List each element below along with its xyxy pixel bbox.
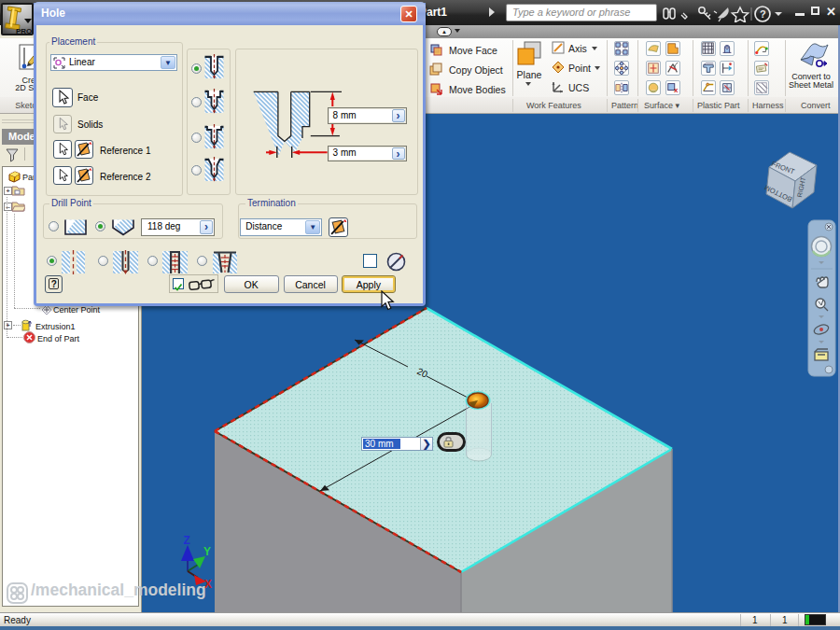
svg-text:Z: Z — [184, 534, 190, 547]
svg-text:?: ? — [760, 8, 766, 20]
svg-text:Y: Y — [203, 545, 211, 558]
svg-text:x: x — [674, 86, 679, 94]
